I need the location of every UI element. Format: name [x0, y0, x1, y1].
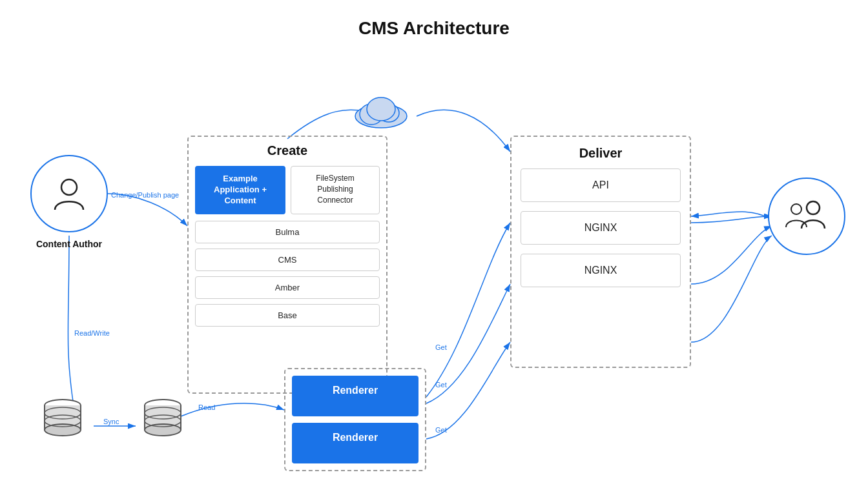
cloud-icon [349, 87, 413, 129]
connections-svg [0, 52, 868, 488]
cloud [349, 87, 413, 132]
renderer-box: Renderer Renderer [284, 368, 426, 471]
deliver-nginx-2: NGINX [521, 254, 681, 287]
db-left-icon [39, 394, 87, 442]
plugin-amber: Amber [195, 276, 380, 299]
database-left [39, 394, 87, 445]
create-box: Create Example Application + Content Fil… [187, 136, 388, 394]
arrow-change-publish: Change/Publish page [111, 190, 179, 199]
users-icon [783, 200, 830, 232]
author-label: Content Author [27, 239, 111, 249]
create-title: Create [195, 143, 380, 158]
svg-point-6 [367, 97, 395, 121]
arrow-get1: Get [435, 343, 447, 351]
svg-point-2 [61, 179, 77, 195]
app-blue-box: Example Application + Content [195, 166, 285, 214]
svg-point-11 [45, 424, 81, 436]
person-icon [50, 174, 88, 213]
arrow-get2: Get [435, 381, 447, 389]
content-author: Content Author [27, 155, 111, 249]
page-title: CMS Architecture [0, 0, 868, 39]
svg-point-7 [791, 204, 801, 214]
svg-point-18 [145, 424, 181, 436]
arrow-read: Read [198, 403, 215, 411]
arrow-get3: Get [435, 426, 447, 434]
end-users [765, 178, 849, 255]
app-row: Example Application + Content FileSystem… [195, 166, 380, 214]
renderer-btn-2: Renderer [292, 423, 418, 463]
diagram-area: Change/Publish page Read/Write Sync Read… [0, 52, 868, 488]
plugin-cms: CMS [195, 249, 380, 271]
users-circle [768, 178, 845, 255]
database-right [139, 394, 187, 445]
db-right-icon [139, 394, 187, 442]
plugin-bulma: Bulma [195, 221, 380, 243]
deliver-box: Deliver API NGINX NGINX [510, 136, 691, 368]
plugin-base: Base [195, 304, 380, 327]
deliver-nginx-1: NGINX [521, 211, 681, 245]
filesystem-connector-box: FileSystem Publishing Connector [291, 166, 380, 214]
arrow-read-write: Read/Write [74, 329, 110, 337]
author-circle [30, 155, 108, 232]
deliver-title: Deliver [521, 146, 681, 161]
deliver-api: API [521, 168, 681, 202]
arrow-sync: Sync [103, 418, 119, 425]
renderer-btn-1: Renderer [292, 376, 418, 416]
svg-point-8 [807, 201, 820, 214]
